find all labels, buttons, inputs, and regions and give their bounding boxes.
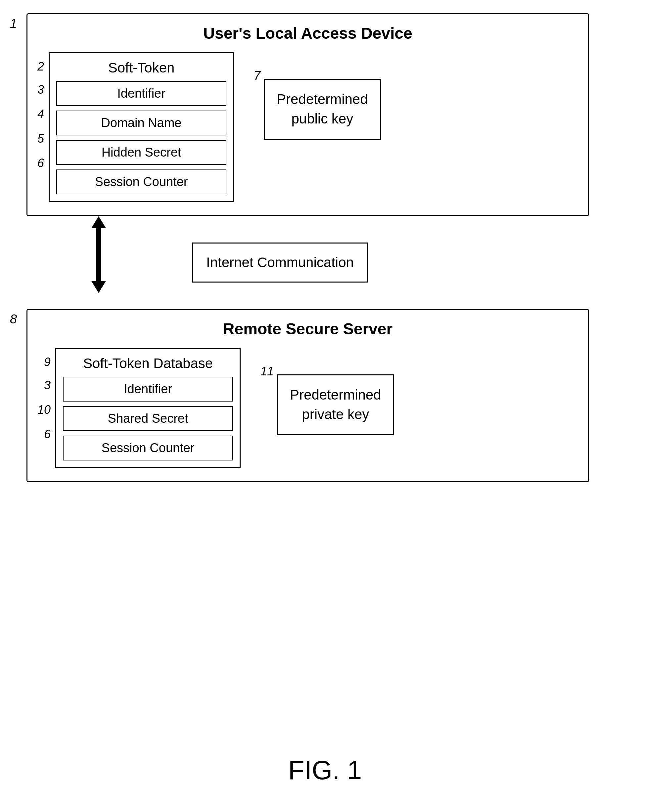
num6-bottom-spacer: 6 bbox=[37, 422, 50, 447]
identifier-num-bottom: 3 bbox=[44, 379, 50, 392]
arrow-up bbox=[92, 216, 106, 228]
top-device-content: 2 3 4 5 bbox=[37, 52, 578, 202]
internet-comm-text: Internet Communication bbox=[206, 255, 354, 270]
session-counter-num-bottom: 6 bbox=[44, 427, 50, 441]
session-counter-box-bottom: Session Counter bbox=[63, 436, 233, 461]
arrow-down bbox=[92, 281, 106, 293]
identifier-box-top: Identifier bbox=[56, 81, 226, 106]
soft-token-section: 2 3 4 5 bbox=[37, 52, 234, 202]
num3-bottom-spacer: 3 bbox=[37, 373, 50, 398]
identifier-box-bottom: Identifier bbox=[63, 377, 233, 401]
double-arrow bbox=[92, 216, 106, 293]
top-device-box: User's Local Access Device 2 3 bbox=[26, 13, 589, 216]
top-box-num: 1 bbox=[10, 17, 17, 31]
private-key-text: Predeterminedprivate key bbox=[290, 387, 381, 422]
session-counter-box-top: Session Counter bbox=[56, 169, 226, 194]
public-key-section: 7 Predeterminedpublic key bbox=[254, 66, 381, 140]
soft-token-title: Soft-Token bbox=[56, 60, 226, 76]
hidden-secret-num: 5 bbox=[37, 132, 44, 146]
num3-top-spacer: 3 bbox=[37, 78, 44, 102]
arrow-line bbox=[96, 228, 101, 281]
shared-secret-num: 10 bbox=[37, 403, 50, 417]
num5-spacer: 5 bbox=[37, 127, 44, 151]
top-device-title: User's Local Access Device bbox=[37, 24, 578, 43]
private-key-section: 11 Predeterminedprivate key bbox=[261, 361, 394, 435]
domain-name-box: Domain Name bbox=[56, 111, 226, 135]
left-nums-bottom: 9 3 10 6 bbox=[37, 348, 50, 447]
num10-spacer: 10 bbox=[37, 398, 50, 422]
num6-top-spacer: 6 bbox=[37, 151, 44, 176]
shared-secret-box: Shared Secret bbox=[63, 406, 233, 431]
private-key-num: 11 bbox=[261, 365, 274, 379]
soft-token-db-title: Soft-Token Database bbox=[63, 356, 233, 371]
bottom-device-content: 9 3 10 6 bbox=[37, 348, 578, 468]
num9-spacer: 9 bbox=[37, 351, 50, 373]
bottom-box-num: 8 bbox=[10, 312, 17, 327]
hidden-secret-box: Hidden Secret bbox=[56, 140, 226, 165]
left-nums: 2 3 4 5 bbox=[37, 52, 44, 176]
domain-num: 4 bbox=[37, 107, 44, 121]
identifier-num-top: 3 bbox=[37, 83, 44, 97]
private-key-box: Predeterminedprivate key bbox=[277, 374, 394, 435]
soft-token-num: 2 bbox=[37, 60, 44, 73]
soft-token-db-section: 9 3 10 6 bbox=[37, 348, 241, 468]
fig-label: FIG. 1 bbox=[0, 755, 650, 786]
public-key-box: Predeterminedpublic key bbox=[264, 79, 381, 140]
bottom-device-title: Remote Secure Server bbox=[37, 320, 578, 338]
soft-token-box: Soft-Token Identifier Domain Name Hidden… bbox=[49, 52, 234, 202]
diagram-container: 1 User's Local Access Device 2 3 bbox=[26, 13, 622, 482]
internet-comm-box: Internet Communication bbox=[192, 243, 368, 283]
public-key-text: Predeterminedpublic key bbox=[277, 92, 368, 127]
num4-spacer: 4 bbox=[37, 102, 44, 127]
num2-spacer: 2 bbox=[37, 56, 44, 78]
soft-token-db-box: Soft-Token Database Identifier Shared Se… bbox=[55, 348, 241, 468]
middle-section: Internet Communication bbox=[26, 216, 622, 309]
public-key-num: 7 bbox=[254, 69, 261, 83]
bottom-device-box: Remote Secure Server 9 3 bbox=[26, 309, 589, 482]
session-counter-num-top: 6 bbox=[37, 156, 44, 170]
soft-token-db-num: 9 bbox=[44, 355, 50, 369]
